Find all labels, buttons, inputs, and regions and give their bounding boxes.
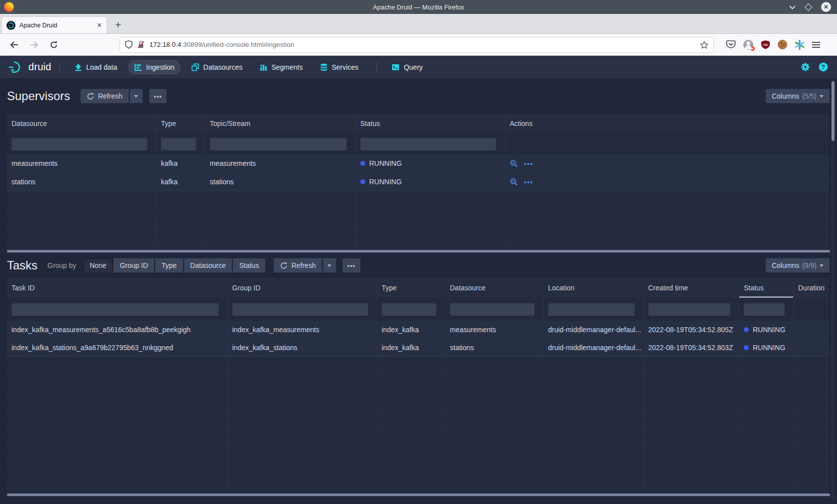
filter-input-created-time[interactable] (648, 303, 730, 316)
supervisor-actions: ••• (505, 173, 829, 191)
supervisors-more-button[interactable]: ••• (149, 89, 167, 104)
supervisors-columns-button[interactable]: Columns (5/5) (765, 89, 830, 104)
filter-input-status[interactable] (360, 137, 496, 150)
column-header-type[interactable]: Type (156, 114, 205, 133)
window-controls: ✕ (789, 2, 837, 12)
scrollbar-thumb[interactable] (7, 494, 830, 496)
bookmark-star-icon[interactable] (700, 41, 708, 49)
caret-down-icon (134, 95, 138, 98)
column-header-location[interactable]: Location (544, 278, 644, 298)
page-vertical-scrollbar (831, 80, 835, 501)
scrollbar-thumb[interactable] (832, 81, 835, 141)
group-by-status-button[interactable]: Status (233, 258, 266, 273)
empty-row (7, 357, 829, 375)
column-header-topic-stream[interactable]: Topic/Stream (205, 114, 356, 133)
task-row[interactable]: index_kafka_measurements_a5616c5ba8afb8b… (7, 321, 829, 339)
column-header-status-sorted[interactable]: Status (739, 278, 794, 298)
new-tab-button[interactable]: + (115, 19, 121, 30)
magnifier-detail-icon[interactable] (510, 159, 518, 168)
column-header-created-time[interactable]: Created time (644, 278, 739, 298)
maximize-icon[interactable] (805, 3, 813, 11)
druid-brand[interactable]: druid (8, 61, 51, 74)
supervisor-row[interactable]: stations kafka stations RUNNING ••• (7, 173, 829, 191)
nav-item-datasources[interactable]: Datasources (185, 60, 249, 75)
column-header-task-id[interactable]: Task ID (7, 278, 228, 298)
help-icon[interactable]: ? (819, 62, 828, 72)
column-header-duration[interactable]: Duration (794, 278, 829, 298)
filter-input-location[interactable] (548, 303, 635, 316)
supervisors-refresh-dropdown-button[interactable] (130, 89, 143, 104)
nav-item-label: Datasources (203, 63, 243, 71)
account-error-badge: ✕ (750, 46, 755, 51)
extension-asterisk-icon[interactable] (795, 40, 805, 50)
nav-item-query[interactable]: Query (385, 60, 429, 75)
supervisors-header-row: Datasource Type Topic/Stream Status Acti… (7, 114, 829, 133)
pocket-icon[interactable] (726, 40, 736, 49)
minimize-icon[interactable] (789, 5, 796, 9)
close-icon[interactable]: ✕ (821, 2, 831, 12)
cookie-icon[interactable] (778, 40, 787, 49)
url-bar[interactable]: 172.18.0.4:30899/unified-console.html#in… (120, 37, 714, 53)
tasks-more-button[interactable]: ••• (342, 258, 361, 273)
group-by-group-id-button[interactable]: Group ID (113, 258, 154, 273)
account-icon[interactable]: ✕ (743, 40, 753, 50)
supervisors-refresh-button[interactable]: Refresh (80, 89, 129, 104)
reload-icon[interactable] (45, 37, 63, 53)
group-by-type-button[interactable]: Type (155, 258, 183, 273)
row-actions-icon[interactable]: ••• (524, 160, 533, 167)
empty-row (7, 482, 829, 493)
column-header-type[interactable]: Type (377, 278, 445, 298)
scrollbar-thumb[interactable] (7, 250, 830, 252)
filter-input-task-id[interactable] (11, 303, 219, 316)
filter-input-datasource[interactable] (450, 303, 535, 316)
tasks-refresh-button[interactable]: Refresh (274, 258, 322, 273)
window-title: Apache Druid — Mozilla Firefox (0, 3, 837, 11)
forward-icon[interactable] (25, 37, 43, 53)
shield-icon[interactable] (125, 40, 133, 49)
column-header-datasource[interactable]: Datasource (7, 114, 156, 133)
tasks-horizontal-scrollbar (7, 493, 830, 497)
column-header-status[interactable]: Status (356, 114, 505, 133)
group-by-datasource-button[interactable]: Datasource (184, 258, 233, 273)
menu-icon[interactable] (812, 42, 820, 48)
group-by-none-button[interactable]: None (83, 258, 113, 273)
magnifier-detail-icon[interactable] (510, 178, 518, 186)
task-status: RUNNING (739, 339, 794, 356)
empty-row (7, 191, 829, 210)
url-text[interactable]: 172.18.0.4:30899/unified-console.html#in… (149, 41, 696, 48)
filter-input-status[interactable] (744, 303, 785, 316)
gear-icon[interactable] (801, 62, 810, 72)
nav-item-label: Ingestion (146, 63, 174, 71)
filter-input-group-id[interactable] (232, 303, 368, 316)
filter-input-type[interactable] (161, 137, 196, 150)
browser-tab[interactable]: Apache Druid ✕ (1, 16, 107, 33)
back-icon[interactable] (5, 37, 23, 53)
nav-item-load-data[interactable]: Load data (68, 60, 124, 75)
task-row[interactable]: index_kafka_stations_a9a679b22795b63_nnk… (7, 339, 829, 357)
druid-brand-label: druid (28, 61, 51, 73)
filter-input-type[interactable] (382, 303, 436, 316)
column-header-group-id[interactable]: Group ID (228, 278, 377, 298)
supervisor-topic: stations (205, 173, 356, 191)
filter-input-topic-stream[interactable] (210, 137, 347, 150)
tasks-title: Tasks (7, 258, 37, 272)
toolbar-extensions: ✕ UO (726, 40, 820, 50)
nav-divider (59, 62, 60, 73)
tasks-refresh-dropdown-button[interactable] (323, 258, 336, 273)
tasks-columns-button[interactable]: Columns (9/9) (765, 258, 830, 273)
tab-close-icon[interactable]: ✕ (97, 21, 102, 29)
nav-item-segments[interactable]: Segments (253, 60, 309, 75)
supervisor-row[interactable]: measurements kafka measurements RUNNING … (7, 154, 829, 173)
filter-input-datasource[interactable] (11, 137, 147, 150)
insecure-lock-icon[interactable] (137, 40, 145, 49)
ublock-icon[interactable]: UO (761, 40, 770, 50)
empty-row (7, 428, 829, 446)
column-header-datasource[interactable]: Datasource (445, 278, 544, 298)
group-by-label: Group by (47, 261, 76, 269)
row-actions-icon[interactable]: ••• (524, 178, 533, 186)
column-header-actions[interactable]: Actions (505, 114, 829, 133)
task-location: druid-middlemanager-defaul... (544, 321, 644, 338)
nav-item-ingestion[interactable]: Ingestion (128, 60, 181, 75)
nav-item-services[interactable]: Services (313, 60, 365, 75)
svg-text:UO: UO (763, 43, 768, 46)
